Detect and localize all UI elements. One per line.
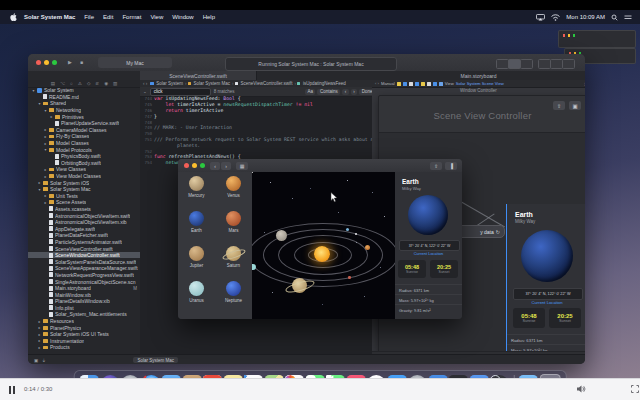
run-button[interactable]: ▶ [68, 59, 72, 65]
storyboard-jump-bar[interactable]: ‹ › Manual View Solar System Scene View … [372, 80, 585, 88]
navigator-item[interactable]: Main.storyboardM [28, 285, 140, 292]
volume-icon[interactable] [576, 384, 586, 394]
menu-format[interactable]: Format [122, 14, 141, 20]
apple-menu-icon[interactable] [10, 13, 17, 21]
sidebar-toggle-button[interactable]: ▐ [445, 162, 457, 170]
planet-item-venus[interactable]: Venus [215, 176, 252, 211]
solar-system-scene[interactable] [252, 172, 395, 319]
navigator-item[interactable]: ▸PlanetPhysics [28, 324, 140, 331]
pause-button[interactable] [9, 386, 17, 394]
navigator-item[interactable]: AstronomicalObjectViewItem.swift [28, 212, 140, 219]
navigator-item[interactable]: ▾Shared [28, 100, 140, 107]
find-done-button[interactable]: Done [359, 89, 373, 95]
navigator-item[interactable]: ▸View Classes [28, 166, 140, 173]
share-button[interactable]: ⇧ [553, 101, 565, 110]
find-next-button[interactable]: › [351, 89, 358, 95]
planet-item-earth[interactable]: Earth [178, 211, 215, 246]
version-editor-button[interactable] [520, 59, 533, 69]
navigator-item[interactable]: SceneViewAppearanceManager.swift [28, 265, 140, 272]
storyboard-crumb-icon[interactable] [427, 82, 431, 86]
grid-view-button[interactable]: ▦ [236, 162, 248, 170]
menu-help[interactable]: Help [203, 14, 215, 20]
fullscreen-icon[interactable] [631, 385, 639, 393]
navigator-item[interactable]: ▸View Model Classes [28, 173, 140, 180]
crumb-scene-view[interactable]: Solar System Scene View [456, 81, 504, 86]
notification-center-icon[interactable] [624, 14, 632, 21]
zoom-button[interactable] [52, 60, 57, 65]
navigator-item[interactable]: MainWindow.xib [28, 291, 140, 298]
navigator-item[interactable]: PlanetDataFetcher.swift [28, 232, 140, 239]
planet-item-uranus[interactable]: Uranus [178, 281, 215, 316]
menu-window[interactable]: Window [172, 14, 193, 20]
navigator-item[interactable]: OrbitingBody.swift [28, 160, 140, 167]
inspector-toggle-button[interactable] [562, 59, 575, 69]
search-navigator-icon[interactable]: ○ [70, 81, 73, 86]
planet-item-mercury[interactable]: Mercury [178, 176, 215, 211]
navigator-item[interactable]: ▸Solar System iOS [28, 179, 140, 186]
share-button[interactable]: ⇧ [430, 162, 442, 170]
storyboard-crumb-icon[interactable] [409, 82, 413, 86]
panel-toggle-button[interactable]: ▣ [569, 101, 581, 110]
zoom-button[interactable] [200, 163, 205, 168]
breakpoints-icon[interactable]: ⏚ [42, 358, 45, 363]
navigator-item[interactable]: ▸Resources [28, 318, 140, 325]
navigator-item[interactable]: PlanetUpdateService.swift [28, 120, 140, 127]
minimize-button[interactable] [192, 163, 197, 168]
navigator-item[interactable]: ▸Scene Assets [28, 199, 140, 206]
scene-title-label[interactable]: Window Controller [372, 88, 585, 93]
navigator-item[interactable]: AppDelegate.swift [28, 225, 140, 232]
minimize-button[interactable] [44, 60, 49, 65]
navigator-item[interactable]: Assets.xcassets [28, 206, 140, 213]
storyboard-crumb-icon[interactable] [439, 82, 443, 86]
storyboard-crumb-icon[interactable] [415, 82, 419, 86]
debug-area-icon[interactable]: ▣ [34, 358, 38, 363]
planet-item-saturn[interactable]: Saturn [215, 246, 252, 281]
planet-item-neptune[interactable]: Neptune [215, 281, 252, 316]
back-forward-icons[interactable]: ‹ › [143, 81, 147, 86]
wifi-icon[interactable] [551, 14, 560, 21]
close-button[interactable] [36, 60, 41, 65]
find-options-chevron[interactable]: ⌄ [143, 89, 147, 94]
tab-main-storyboard[interactable]: Main.storyboard [372, 71, 585, 80]
navigator-item[interactable]: SceneViewController.swift [28, 245, 140, 252]
scheme-selector[interactable]: My Mac [98, 57, 172, 68]
menu-clock[interactable]: Mon 10:09 AM [566, 14, 605, 20]
navigator-item[interactable]: ▸Primitives [28, 113, 140, 120]
menu-file[interactable]: File [84, 14, 94, 20]
match-mode-select[interactable]: Contains [317, 89, 340, 95]
navigator-item[interactable]: ▸Model Classes [28, 140, 140, 147]
navigator-item[interactable]: SingleAstronomicalObjectScene.scn [28, 278, 140, 285]
navigator-item[interactable]: ▸Products [28, 344, 140, 351]
storyboard-crumb-icon[interactable] [397, 82, 401, 86]
forward-button[interactable]: › [221, 162, 231, 170]
debug-navigator-icon[interactable]: ≋ [95, 81, 99, 86]
navigator-item[interactable]: PlanetDetailsWindow.xib [28, 298, 140, 305]
process-chip[interactable]: Solar System Mac [133, 357, 178, 363]
airplay-icon[interactable] [536, 14, 545, 21]
stop-button[interactable]: ■ [80, 59, 83, 65]
spotlight-icon[interactable] [611, 14, 618, 21]
planet-item-mars[interactable]: Mars [215, 211, 252, 246]
navigator-item[interactable]: NetworkRequestProgressView.swift [28, 272, 140, 279]
app-menu-title[interactable]: Solar System Mac [24, 14, 75, 20]
back-forward-icons[interactable]: ‹ › [375, 81, 379, 86]
navigator-item[interactable]: Solar_System_Mac.entitlements [28, 311, 140, 318]
back-button[interactable]: ‹ [210, 162, 220, 170]
find-previous-button[interactable]: ‹ [342, 89, 349, 95]
planet-details-preview[interactable]: Earth Milky Way 37° 20' 4" N, 122° 0' 22… [506, 204, 585, 353]
match-case-toggle[interactable]: Aa [305, 89, 316, 95]
storyboard-crumb-icon[interactable] [403, 82, 407, 86]
navigator-item[interactable]: ▸CameraModel Classes [28, 127, 140, 134]
find-input[interactable]: click [150, 88, 211, 96]
navigator-item[interactable]: SolarSystemPanelsDataSource.swift [28, 258, 140, 265]
menu-view[interactable]: View [150, 14, 163, 20]
issue-navigator-icon[interactable]: ⚠ [78, 81, 82, 86]
navigator-item[interactable]: ▸Unit Tests [28, 193, 140, 200]
test-navigator-icon[interactable]: ◇ [87, 81, 90, 86]
navigator-item[interactable]: ▾Model Protocols [28, 146, 140, 153]
navigator-item[interactable]: ▸Fly-By Classes [28, 133, 140, 140]
navigator-item[interactable]: AstronomicalObjectViewItem.xib [28, 219, 140, 226]
navigator-item[interactable]: ▾Solar System Mac [28, 186, 140, 193]
app-window-titlebar[interactable]: ‹ › ▦ ⇧ ▐ [178, 159, 462, 173]
storyboard-crumb-icon[interactable] [433, 82, 437, 86]
